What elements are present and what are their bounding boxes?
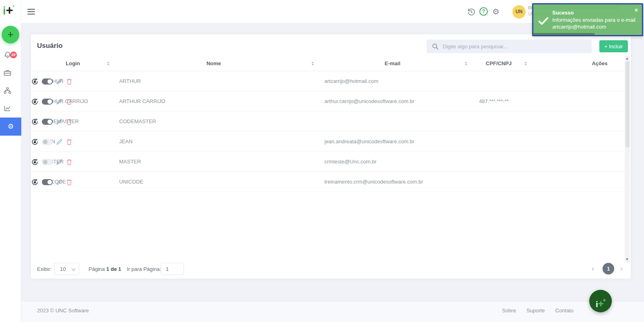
cell-email: crmteste@Unc.com.br xyxy=(324,152,377,172)
active-toggle[interactable] xyxy=(42,179,53,185)
delete-trash-icon[interactable] xyxy=(66,78,72,85)
footer-links: Sobre Suporte Contato xyxy=(502,308,574,314)
check-icon xyxy=(538,17,549,25)
active-toggle[interactable] xyxy=(42,99,53,105)
cell-nome: MASTER xyxy=(119,152,141,172)
reset-password-icon[interactable] xyxy=(31,178,39,186)
brand-fab-button[interactable]: i+® xyxy=(589,290,612,312)
footer-link-contato[interactable]: Contato xyxy=(555,308,574,314)
column-header-login[interactable]: Login xyxy=(42,60,104,66)
current-page-button[interactable]: 1 xyxy=(603,263,614,275)
user-avatar[interactable]: UN xyxy=(512,5,526,19)
cell-nome: UNICODE xyxy=(119,172,143,192)
pagination-bar: Exibir: 10 Página 1 de 1 Ir para Página:… xyxy=(31,263,631,275)
cell-cpf: 487.***.***-** xyxy=(458,91,530,111)
history-icon[interactable] xyxy=(467,8,476,17)
menu-hamburger-icon[interactable] xyxy=(27,9,35,16)
delete-trash-icon[interactable] xyxy=(66,138,72,145)
reset-password-icon[interactable] xyxy=(31,78,39,85)
app-logo: i+® xyxy=(3,3,21,21)
sort-icon-cpf[interactable] xyxy=(524,62,527,66)
logo-i: i xyxy=(3,5,6,17)
scroll-down-arrow[interactable] xyxy=(626,258,628,260)
active-toggle[interactable] xyxy=(42,78,53,85)
footer-link-sobre[interactable]: Sobre xyxy=(502,308,516,314)
cell-nome: JEAN xyxy=(119,132,132,152)
next-page-chevron[interactable]: › xyxy=(620,265,623,273)
analytics-chart-icon[interactable] xyxy=(4,105,11,112)
active-toggle[interactable] xyxy=(42,139,53,145)
sidebar: i+® + 20 ⚙ xyxy=(0,0,21,322)
table-row: JEAN JEAN jean.andreata@unicodesftware.c… xyxy=(31,132,631,152)
column-header-nome[interactable]: Nome xyxy=(119,60,308,66)
delete-trash-icon[interactable] xyxy=(66,179,72,186)
scroll-up-arrow[interactable] xyxy=(626,58,628,60)
sort-icon-login[interactable] xyxy=(107,62,109,66)
search-input[interactable] xyxy=(443,39,588,53)
gear-icon: ⚙ xyxy=(8,123,14,130)
footer-link-suporte[interactable]: Suporte xyxy=(526,308,545,314)
cell-nome: CODEMASTER xyxy=(119,111,156,132)
settings-gear-icon[interactable]: ⚙ xyxy=(492,7,500,17)
table-row: ARTHUR ARTHUR artcarrijo@hotmail.com xyxy=(31,71,631,91)
cell-nome: ARTHUR CARRIJO xyxy=(119,91,165,111)
search-icon xyxy=(432,43,439,50)
sidebar-item-settings-active[interactable]: ⚙ xyxy=(0,118,21,136)
logo-plus: + xyxy=(6,3,12,17)
table-scrollbar[interactable] xyxy=(625,56,630,262)
delete-trash-icon[interactable] xyxy=(66,159,72,165)
include-button[interactable]: + Incluir xyxy=(599,40,628,52)
fab-registered-mark: ® xyxy=(603,299,605,302)
notification-count-badge[interactable]: 20 xyxy=(10,52,17,58)
chevron-down-icon xyxy=(72,267,76,271)
reset-password-icon[interactable] xyxy=(31,158,39,166)
quick-add-button[interactable]: + xyxy=(2,26,19,43)
column-header-acoes: Ações xyxy=(574,60,626,66)
success-toast: Sucesso Informações enviadas para o e-ma… xyxy=(532,3,643,36)
table-row: CODEMASTER CODEMASTER xyxy=(31,111,631,132)
reset-password-icon[interactable] xyxy=(31,118,39,126)
cell-email: treinamento.crm@unicodesoftware.com.br xyxy=(324,172,423,192)
toast-message-line2: artcarrijo@hotmail.com xyxy=(552,24,606,30)
goto-page-input[interactable] xyxy=(161,263,184,275)
sort-icon-nome[interactable] xyxy=(312,62,314,66)
toast-title: Sucesso xyxy=(552,10,574,16)
edit-pencil-icon[interactable] xyxy=(56,138,63,145)
cell-email: jean.andreata@unicodesftware.com.br xyxy=(324,132,415,152)
logo-registered-mark: ® xyxy=(12,4,15,8)
column-header-email[interactable]: E-mail xyxy=(324,60,460,66)
page-info: Página 1 de 1 xyxy=(89,266,121,272)
cell-nome: ARTHUR xyxy=(119,71,141,91)
page-size-label: Exibir: xyxy=(37,266,52,272)
active-toggle[interactable] xyxy=(42,119,53,125)
cell-email: arthur.carrijo@unicodesoftware.com.br xyxy=(324,91,414,111)
reset-password-icon[interactable] xyxy=(31,98,39,105)
copyright-label: 2023 © UNC Software xyxy=(37,308,89,314)
close-icon[interactable]: × xyxy=(634,6,638,13)
active-toggle[interactable] xyxy=(42,159,53,165)
org-chart-icon[interactable] xyxy=(4,87,11,94)
goto-page-label: Ir para Página: xyxy=(127,266,161,272)
page-size-select[interactable]: 10 xyxy=(54,263,79,275)
users-card: Usuário + Incluir Login Nome E-mail CPF/… xyxy=(31,34,631,279)
column-header-cpf[interactable]: CPF/CNPJ xyxy=(464,60,534,66)
toast-progress-bar xyxy=(533,33,594,35)
briefcase-icon[interactable] xyxy=(4,69,11,76)
table-row: UNICODE UNICODE treinamento.crm@unicodes… xyxy=(31,172,631,192)
table-header: Login Nome E-mail CPF/CNPJ Ações xyxy=(31,56,631,71)
table-row: MASTER MASTER crmteste@Unc.com.br xyxy=(31,152,631,172)
page-title: Usuário xyxy=(37,42,62,50)
previous-page-chevron[interactable]: ‹ xyxy=(592,265,594,273)
footer: 2023 © UNC Software Sobre Suporte Contat… xyxy=(21,301,644,322)
cell-email: artcarrijo@hotmail.com xyxy=(324,71,378,91)
toast-message-line1: Informações enviadas para o e-mail xyxy=(552,17,636,23)
help-icon[interactable]: ? xyxy=(479,7,488,16)
search-box xyxy=(427,39,592,53)
reset-password-icon[interactable] xyxy=(31,138,39,146)
scrollbar-thumb[interactable] xyxy=(625,61,630,148)
table-row: ARTHUR.CARRIJO ARTHUR CARRIJO arthur.car… xyxy=(31,91,631,111)
